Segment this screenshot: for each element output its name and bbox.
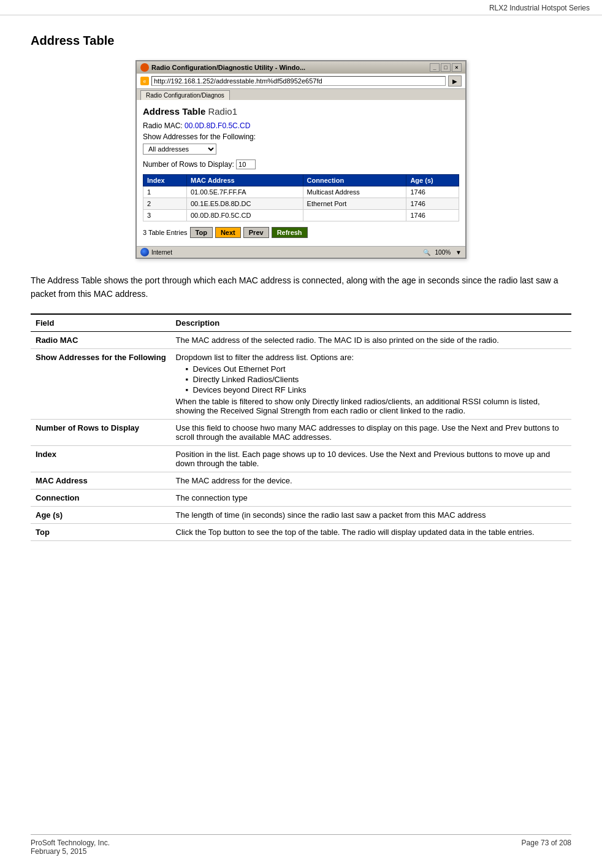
page-footer: ProSoft Technology, Inc. February 5, 201… (31, 834, 571, 856)
list-item: Devices Out Ethernet Port (186, 364, 566, 374)
cell-index: 2 (143, 198, 187, 210)
prev-button[interactable]: Prev (243, 227, 269, 238)
ref-table-row: Age (s)The length of time (in seconds) s… (31, 506, 571, 523)
browser-app-icon (140, 63, 149, 72)
radio-mac-row: Radio MAC: 00.0D.8D.F0.5C.CD (143, 121, 459, 130)
ref-field-cell: MAC Address (31, 472, 171, 489)
cell-index: 1 (143, 186, 187, 198)
footer-date: February 5, 2015 (31, 847, 110, 856)
radio-mac-label: Radio MAC: (143, 121, 183, 130)
statusbar-right: 🔍 100% ▼ (423, 249, 462, 256)
numrows-input[interactable] (236, 159, 256, 169)
list-item: Devices beyond Direct RF Links (186, 385, 566, 394)
ref-desc-text: The MAC address for the device. (176, 476, 292, 485)
main-content: Address Table Radio Configuration/Diagno… (0, 15, 602, 596)
status-text: Internet (151, 249, 172, 256)
ref-description-cell: The connection type (171, 489, 571, 506)
ref-table-header-row: Field Description (31, 314, 571, 332)
minimize-button[interactable]: _ (430, 63, 440, 72)
browser-titlebar: Radio Configuration/Diagnostic Utility -… (137, 61, 465, 74)
ref-table-row: TopClick the Top button to see the top o… (31, 523, 571, 540)
widget-radio-label: Radio1 (208, 106, 237, 117)
ref-field-cell: Number of Rows to Display (31, 419, 171, 445)
reference-table: Field Description Radio MACThe MAC addre… (31, 313, 571, 541)
ref-field-cell: Show Addresses for the Following (31, 348, 171, 419)
address-table-body: 101.00.5E.7F.FF.FAMulticast Address17462… (143, 186, 459, 221)
ref-field-cell: Top (31, 523, 171, 540)
ref-description-cell: Click the Top button to see the top of t… (171, 523, 571, 540)
browser-tab-bar: Radio Configuration/Diagnos (137, 89, 465, 100)
list-item: Directly Linked Radios/Clients (186, 375, 566, 384)
table-header-row: Index MAC Address Connection Age (s) (143, 175, 459, 186)
col-connection: Connection (303, 175, 406, 186)
ref-field-cell: Radio MAC (31, 331, 171, 348)
cell-age: 1746 (406, 210, 459, 221)
restore-button[interactable]: □ (441, 63, 451, 72)
cell-connection: Multicast Address (303, 186, 406, 198)
ref-table-row: Show Addresses for the FollowingDropdown… (31, 348, 571, 419)
ref-description-cell: Use this field to choose hwo many MAC ad… (171, 419, 571, 445)
document-title: RLX2 Industrial Hotspot Series (489, 4, 590, 12)
refresh-button[interactable]: Refresh (272, 227, 308, 238)
footer-left: ProSoft Technology, Inc. February 5, 201… (31, 839, 110, 856)
close-button[interactable]: × (452, 63, 462, 72)
table-row: 101.00.5E.7F.FF.FAMulticast Address1746 (143, 186, 459, 198)
address-go-button[interactable]: ▶ (448, 75, 462, 86)
zoom-level: 100% (435, 249, 451, 256)
ref-table-row: ConnectionThe connection type (31, 489, 571, 506)
browser-controls[interactable]: _ □ × (430, 63, 462, 72)
table-entries-label: 3 Table Entries (143, 229, 188, 236)
ref-col-field: Field (31, 314, 171, 332)
ref-field-cell: Connection (31, 489, 171, 506)
description-paragraph: The Address Table shows the port through… (31, 274, 571, 301)
col-index: Index (143, 175, 187, 186)
ref-desc-text: The length of time (in seconds) since th… (176, 510, 486, 520)
col-mac: MAC Address (187, 175, 303, 186)
top-button[interactable]: Top (190, 227, 213, 238)
ref-field-cell: Age (s) (31, 506, 171, 523)
footer-page: Page 73 of 208 (522, 839, 571, 856)
cell-mac: 00.1E.E5.D8.8D.DC (187, 198, 303, 210)
ref-col-description: Description (171, 314, 571, 332)
ref-field-cell: Index (31, 445, 171, 472)
table-row: 300.0D.8D.F0.5C.CD1746 (143, 210, 459, 221)
widget-title-bold: Address Table (143, 106, 205, 117)
address-bar-input[interactable]: http://192.168.1.252/addresstable.htm%df… (151, 76, 446, 86)
ref-bullets-list: Devices Out Ethernet PortDirectly Linked… (186, 364, 566, 394)
ref-table-body: Radio MACThe MAC address of the selected… (31, 331, 571, 540)
ref-desc-text: Use this field to choose hwo many MAC ad… (176, 423, 559, 442)
ref-desc-text: Click the Top button to see the top of t… (176, 528, 535, 537)
statusbar-left: Internet (140, 248, 172, 256)
ref-desc-text: Position in the list. Each page shows up… (176, 450, 551, 468)
ref-desc-text: The connection type (176, 493, 248, 502)
cell-index: 3 (143, 210, 187, 221)
show-addresses-select[interactable]: All addresses (143, 144, 216, 155)
statusbar-arrow: ▼ (455, 249, 462, 256)
browser-window: Radio Configuration/Diagnostic Utility -… (135, 60, 467, 259)
ref-description-cell: The length of time (in seconds) since th… (171, 506, 571, 523)
cell-age: 1746 (406, 186, 459, 198)
cell-connection (303, 210, 406, 221)
browser-titlebar-left: Radio Configuration/Diagnostic Utility -… (140, 63, 305, 72)
numrows-row: Number of Rows to Display: (143, 159, 459, 169)
internet-globe-icon (140, 248, 149, 256)
zoom-icon: 🔍 (423, 249, 430, 256)
ref-description-cell: Position in the list. Each page shows up… (171, 445, 571, 472)
col-age: Age (s) (406, 175, 459, 186)
next-button[interactable]: Next (215, 227, 241, 238)
ref-description-cell: The MAC address for the device. (171, 472, 571, 489)
cell-mac: 00.0D.8D.F0.5C.CD (187, 210, 303, 221)
table-footer: 3 Table Entries Top Next Prev Refresh (143, 225, 459, 240)
ref-table-row: IndexPosition in the list. Each page sho… (31, 445, 571, 472)
numrows-label: Number of Rows to Display: (143, 160, 234, 169)
ref-extra-text: When the table is filtered to show only … (176, 397, 566, 415)
show-addresses-select-row: All addresses (143, 144, 459, 155)
ref-table-row: Number of Rows to DisplayUse this field … (31, 419, 571, 445)
table-row: 200.1E.E5.D8.8D.DCEthernet Port1746 (143, 198, 459, 210)
section-title: Address Table (31, 34, 571, 48)
show-addresses-label-row: Show Addresses for the Following: (143, 133, 459, 141)
browser-tab[interactable]: Radio Configuration/Diagnos (140, 90, 230, 100)
ref-table-row: MAC AddressThe MAC address for the devic… (31, 472, 571, 489)
cell-connection: Ethernet Port (303, 198, 406, 210)
ref-description-cell: The MAC address of the selected radio. T… (171, 331, 571, 348)
